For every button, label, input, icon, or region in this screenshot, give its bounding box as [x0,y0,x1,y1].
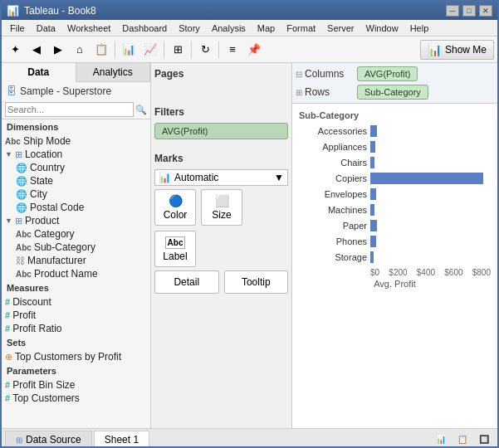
menu-data[interactable]: Data [32,22,61,35]
param-top-customers[interactable]: # Top Customers [2,392,150,405]
dim-city-label: City [30,188,47,200]
columns-chip[interactable]: AVG(Profit) [357,66,418,81]
bar-label-paper: Paper [299,221,367,231]
x-tick-600: $600 [444,268,462,277]
dim-city[interactable]: 🌐 City [2,187,150,201]
bar-container-envelopes [370,188,491,200]
database-icon: 🗄 [7,85,17,97]
toolbar-layout-button[interactable]: ⊞ [168,40,188,60]
x-tick-0: $0 [370,268,379,277]
data-source-item[interactable]: 🗄 Sample - Superstore [2,82,150,100]
main-layout: Data Analytics 🗄 Sample - Superstore 🔍 D… [2,63,497,428]
menu-dashboard[interactable]: Dashboard [117,22,172,35]
link-icon: ⛓ [16,256,25,265]
dim-ship-mode[interactable]: Abc Ship Mode [2,134,150,148]
tab-sheet1[interactable]: Sheet 1 [94,431,149,449]
dim-manufacturer[interactable]: ⛓ Manufacturer [2,254,150,267]
tooltip-button[interactable]: Tooltip [224,270,289,294]
size-button[interactable]: ⬜ Size [201,189,242,226]
data-source-name: Sample - Superstore [20,85,111,97]
search-bar: 🔍 [2,100,150,119]
dim-sub-category[interactable]: Abc Sub-Category [2,241,150,254]
marks-type-label: Automatic [174,172,218,183]
meas-discount[interactable]: # Discount [2,295,150,309]
columns-shelf: ⊟ Columns AVG(Profit) [296,65,494,83]
menu-analysis[interactable]: Analysis [207,22,251,35]
dim-postal-code[interactable]: 🌐 Postal Code [2,201,150,214]
bar-row-machines: Machines [299,202,491,217]
toolbar-sort-button[interactable]: ≡ [223,40,242,60]
chart-content: Accessories Appliances Chairs [299,124,491,265]
tab-analytics[interactable]: Analytics [76,63,151,81]
label-button[interactable]: Abc Label [154,231,196,267]
bar-container-copiers [370,173,491,184]
set-top-customers[interactable]: ⊕ Top Customers by Profit [2,350,150,363]
hash-icon: # [5,310,10,320]
toolbar-copy-button[interactable]: 📋 [91,40,111,60]
bar-label-storage: Storage [299,252,367,262]
param-profit-bin[interactable]: # Profit Bin Size [2,378,150,392]
app-icon: 📊 [7,5,19,17]
marks-section: 📊 Automatic ▼ 🔵 Color ⬜ Size Abc Label [154,169,288,294]
toolbar-back-button[interactable]: ◀ [27,40,46,60]
meas-profit-ratio[interactable]: # Profit Ratio [2,322,150,335]
tab-data-source[interactable]: ⊞ Data Source [5,431,92,448]
search-input[interactable] [5,102,134,117]
bar-fill-paper [370,220,377,231]
maximize-button[interactable]: □ [462,5,476,17]
menu-story[interactable]: Story [174,22,205,35]
toolbar-pin-button[interactable]: 📌 [244,40,264,60]
toolbar-chart2-button[interactable]: 📈 [140,40,160,60]
toolbar-new-button[interactable]: ✦ [5,40,25,60]
tab-data[interactable]: Data [2,63,76,82]
new-story-button[interactable]: 🔲 [474,430,494,449]
toolbar-home-button[interactable]: ⌂ [70,40,90,60]
toolbar-chart1-button[interactable]: 📊 [119,40,139,60]
x-tick-400: $400 [417,268,435,277]
menu-worksheet[interactable]: Worksheet [62,22,115,35]
chart-axis-label: Avg. Profit [299,279,491,289]
dim-product-name[interactable]: Abc Product Name [2,267,150,280]
meas-profit[interactable]: # Profit [2,309,150,322]
bar-fill-copiers [370,173,483,184]
color-button[interactable]: 🔵 Color [154,189,196,226]
new-sheet-button[interactable]: 📊 [431,430,451,449]
dimensions-header: Dimensions [2,119,150,134]
detail-button[interactable]: Detail [154,270,219,294]
menu-help[interactable]: Help [405,22,434,35]
rows-text: Rows [305,86,330,98]
marks-type-dropdown[interactable]: 📊 Automatic ▼ [154,169,288,186]
columns-text: Columns [305,68,344,80]
separator-1 [115,41,115,58]
filter-chip-profit[interactable]: AVG(Profit) [154,123,288,139]
menu-map[interactable]: Map [252,22,280,35]
dropdown-arrow-icon: ▼ [274,172,284,183]
bar-label-phones: Phones [299,236,367,246]
rows-chip[interactable]: Sub-Category [357,85,428,100]
menu-format[interactable]: Format [281,22,320,35]
dim-product-name-label: Product Name [34,268,98,280]
show-me-button[interactable]: 📊 Show Me [420,40,494,60]
minimize-button[interactable]: ─ [446,5,459,17]
abc-icon: Abc [5,137,21,146]
new-dashboard-button[interactable]: 📋 [453,430,472,449]
menu-file[interactable]: File [5,22,30,35]
close-button[interactable]: ✕ [479,5,492,17]
dim-category[interactable]: Abc Category [2,227,150,241]
dim-product[interactable]: ▼ ⊞ Product [2,214,150,227]
label-text-icon: Abc [165,236,186,249]
dim-state[interactable]: 🌐 State [2,174,150,187]
abc-icon: Abc [16,243,32,252]
toolbar-forward-button[interactable]: ▶ [48,40,68,60]
bar-row-envelopes: Envelopes [299,187,491,202]
dim-location[interactable]: ▼ ⊞ Location [2,148,150,161]
bar-fill-envelopes [370,188,376,200]
toolbar-refresh-button[interactable]: ↻ [195,40,215,60]
show-me-icon: 📊 [428,43,442,56]
panel-scroll: Dimensions Abc Ship Mode ▼ ⊞ Location 🌐 … [2,119,150,428]
data-source-tab-icon: ⊞ [16,436,22,445]
shelf-area: ⊟ Columns AVG(Profit) ⊞ Rows Sub-Categor… [292,63,497,104]
dim-country[interactable]: 🌐 Country [2,161,150,174]
menu-window[interactable]: Window [361,22,404,35]
menu-server[interactable]: Server [322,22,359,35]
